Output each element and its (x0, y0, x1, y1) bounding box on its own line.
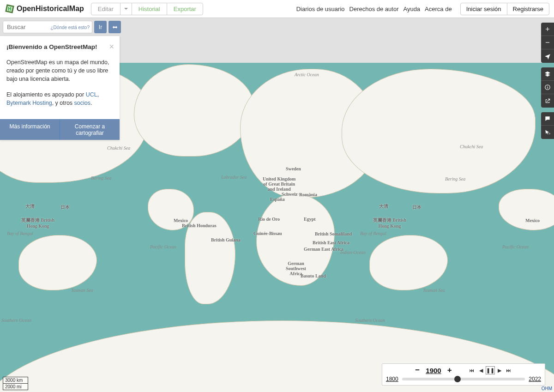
zoom-controls (541, 23, 554, 63)
slider-track[interactable] (402, 378, 525, 380)
where-is-this-link[interactable]: ¿Dónde está esto? (51, 24, 90, 30)
scale-control: 3000 km 2000 mi (3, 377, 28, 390)
cursor-help-icon: ? (544, 129, 551, 136)
bytemark-link[interactable]: Bytemark Hosting (6, 100, 52, 106)
minus-icon (544, 39, 551, 46)
panel-intro: OpenStreetMap es un mapa del mundo, crea… (6, 58, 113, 83)
more-info-button[interactable]: Más información (0, 120, 60, 140)
primary-buttons: Editar Historial Exportar (91, 3, 203, 15)
panel-actions: Más información Comenzar a cartografiar (0, 119, 120, 140)
scale-km: 3000 km (3, 377, 28, 384)
step-back-button[interactable]: ◀ (476, 366, 486, 374)
search-go-button[interactable]: Ir (94, 21, 107, 33)
nav-about[interactable]: Acerca de (425, 6, 452, 12)
map-key-button[interactable] (541, 81, 554, 94)
skip-back-button[interactable]: ⏮ (467, 366, 476, 374)
ucl-link[interactable]: UCL (86, 91, 97, 98)
login-button[interactable]: Iniciar sesión (460, 3, 507, 15)
locate-icon (544, 53, 551, 60)
svg-rect-4 (547, 87, 548, 89)
close-icon[interactable]: × (109, 41, 114, 53)
history-button[interactable]: Historial (132, 3, 167, 15)
signup-button[interactable]: Registrarse (507, 3, 549, 15)
attribution-link[interactable]: OHM (542, 386, 552, 391)
nav-copyright[interactable]: Derechos de autor (349, 6, 399, 12)
locate-button[interactable] (541, 49, 554, 63)
query-button[interactable]: ? (541, 126, 554, 139)
nav-right: Diarios de usuario Derechos de autor Ayu… (296, 3, 549, 15)
edit-dropdown-button[interactable] (120, 3, 132, 15)
current-year[interactable]: 1900 (426, 367, 441, 374)
slider-end-year[interactable]: 2022 (529, 376, 541, 382)
layers-icon (544, 71, 551, 77)
svg-text:?: ? (549, 133, 550, 135)
plus-icon (544, 26, 551, 32)
header: H OpenHistoricalMap Editar Historial Exp… (0, 0, 554, 18)
panel-hosting: El alojamiento es apoyado por UCL, Bytem… (6, 90, 113, 107)
logo[interactable]: H OpenHistoricalMap (5, 4, 84, 14)
zoom-in-button[interactable] (541, 23, 554, 36)
directions-button[interactable] (108, 21, 121, 33)
scale-mi: 2000 mi (3, 384, 28, 390)
note-button[interactable] (541, 112, 554, 126)
logo-text: OpenHistoricalMap (17, 5, 84, 13)
map-tools (541, 67, 554, 108)
landmass (256, 193, 335, 286)
edit-button[interactable]: Editar (91, 3, 120, 15)
share-icon (544, 98, 551, 104)
slider-start-year[interactable]: 1800 (386, 376, 398, 382)
playback-controls: ⏮ ◀ ❚❚ ▶ ⏭ (467, 366, 513, 374)
layers-button[interactable] (541, 67, 554, 81)
partners-link[interactable]: socios (74, 100, 90, 106)
note-icon (544, 115, 551, 122)
landmass (342, 69, 536, 193)
panel-title: ¡Bienvenido a OpenStreetMap! (6, 42, 113, 52)
logo-icon: H (5, 4, 15, 14)
search-box: ¿Dónde está esto? (3, 21, 92, 33)
share-button[interactable] (541, 94, 554, 108)
nav-user-diaries[interactable]: Diarios de usuario (296, 6, 345, 12)
year-minus-button[interactable]: − (414, 366, 421, 375)
auth-buttons: Iniciar sesión Registrarse (460, 3, 549, 15)
svg-text:H: H (8, 6, 11, 12)
slider-thumb[interactable] (454, 376, 461, 382)
pause-button[interactable]: ❚❚ (486, 366, 495, 374)
start-mapping-button[interactable]: Comenzar a cartografiar (60, 120, 120, 140)
svg-rect-5 (547, 86, 548, 86)
welcome-panel: × ¡Bienvenido a OpenStreetMap! OpenStree… (0, 36, 120, 140)
export-button[interactable]: Exportar (167, 3, 203, 15)
play-button[interactable]: ▶ (495, 366, 504, 374)
info-icon (544, 84, 551, 90)
map-extras: ? (541, 112, 554, 139)
search-row: ¿Dónde está esto? Ir (3, 21, 121, 33)
time-slider: − 1900 + ⏮ ◀ ❚❚ ▶ ⏭ 1800 2022 (382, 363, 545, 386)
zoom-out-button[interactable] (541, 36, 554, 49)
nav-help[interactable]: Ayuda (403, 6, 420, 12)
skip-forward-button[interactable]: ⏭ (504, 366, 513, 374)
directions-icon (112, 24, 118, 30)
year-plus-button[interactable]: + (446, 366, 453, 375)
